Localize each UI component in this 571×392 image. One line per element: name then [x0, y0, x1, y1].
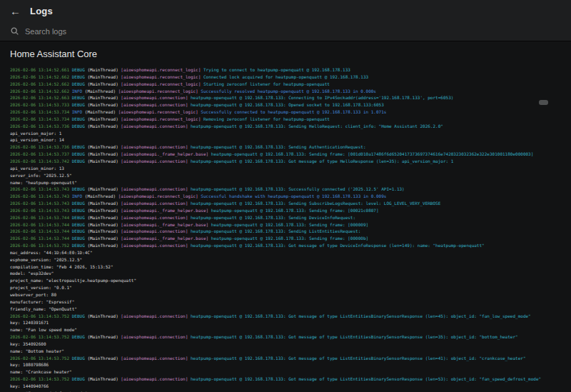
log-level: INFO [72, 89, 85, 94]
log-line: 2026-02-06 13:14:53.743 DEBUG (MainThrea… [10, 200, 561, 207]
log-line: 2026-02-06 13:14:53.736 DEBUG (MainThrea… [10, 123, 561, 130]
log-message: heatpump-openquatt @ 192.168.178.133: Op… [191, 102, 384, 107]
log-line: 2026-02-06 13:14:52.661 DEBUG (MainThrea… [10, 66, 561, 74]
log-logger-name: [aioesphomeapi.connection] [121, 376, 191, 381]
log-thread: (MainThread) [87, 236, 121, 241]
log-timestamp: 2026-02-06 13:14:53.752 [10, 243, 72, 248]
search-icon [10, 26, 19, 36]
log-level: DEBUG [72, 186, 88, 191]
log-continuation-line: esphome_version: "2025.12.5" [10, 256, 561, 263]
log-continuation-text: key: 354092600 [10, 341, 46, 346]
log-logger-name: [aioesphomeapi.connection] [121, 186, 191, 191]
log-logger-name: [aioesphomeapi.connection] [121, 124, 191, 129]
log-continuation-line: key: 1440940766 [10, 383, 561, 390]
log-timestamp: 2026-02-06 13:14:53.752 [10, 376, 72, 381]
log-thread: (MainThread) [87, 186, 121, 191]
log-timestamp: 2026-02-06 13:14:53.744 [10, 222, 72, 227]
log-line: 2026-02-06 13:14:53.752 DEBUG (MainThrea… [10, 355, 561, 362]
log-line: 2026-02-06 13:14:53.734 INFO (MainThread… [10, 109, 561, 116]
log-message: heatpump-openquatt @ 192.168.178.133: Go… [191, 376, 541, 381]
log-message: Starting zeroconf listener for heatpump-… [203, 81, 330, 86]
log-continuation-text: manufacturer: "Espressif" [10, 299, 74, 304]
log-line: 2026-02-06 13:14:53.744 DEBUG (MainThrea… [10, 235, 561, 242]
log-timestamp: 2026-02-06 13:14:52.662 [10, 81, 72, 86]
log-continuation-line: api_version_minor: 13 [10, 165, 561, 172]
log-line: 2026-02-06 13:14:53.743 DEBUG (MainThrea… [10, 186, 561, 193]
log-logger-name: [aioesphomeapi.connection] [121, 243, 191, 248]
log-message: heatpump-openquatt @ 192.168.178.133: Go… [191, 243, 485, 248]
log-logger-name: [aioesphomeapi.connection] [121, 95, 191, 100]
log-message: heatpump-openquatt @ 192.168.178.133: Se… [191, 144, 366, 149]
search-input[interactable] [25, 27, 561, 36]
log-thread: (MainThread) [87, 124, 121, 129]
log-message: Trying to connect to heatpump-openquatt … [203, 67, 350, 72]
log-timestamp: 2026-02-06 13:14:53.733 [10, 102, 72, 107]
log-logger-name: [aioesphomeapi.connection] [121, 313, 191, 318]
log-timestamp: 2026-02-06 13:14:53.744 [10, 215, 72, 220]
log-continuation-text: webserver_port: 80 [10, 292, 56, 297]
log-logger-name: [aioesphomeapi.reconnect_logic] [121, 74, 203, 79]
log-timestamp: 2026-02-06 13:14:52.663 [10, 95, 72, 100]
log-timestamp: 2026-02-06 13:14:53.744 [10, 228, 72, 233]
log-logger-name: [aioesphomeapi.connection] [121, 159, 191, 164]
log-timestamp: 2026-02-06 13:14:53.736 [10, 144, 72, 149]
log-continuation-text: project_version: "0.0.1" [10, 285, 72, 290]
log-continuation-line: compilation_time: "Feb 4 2026, 15:13:52" [10, 263, 561, 271]
log-thread: (MainThread) [87, 313, 121, 318]
log-level: DEBUG [72, 116, 88, 121]
log-level: DEBUG [72, 95, 88, 100]
log-continuation-text: api_version_major: 1 [10, 131, 61, 136]
log-continuation-text: name: "Crankcase heater" [10, 369, 72, 374]
log-line: 2026-02-06 13:14:53.743 INFO (MainThread… [10, 193, 561, 200]
log-thread: (MainThread) [87, 67, 121, 72]
log-message: heatpump-openquatt @ 192.168.178.133: Se… [211, 236, 368, 241]
log-logger-name: [aioesphomeapi.connection] [121, 102, 191, 107]
log-line: 2026-02-06 13:14:53.752 DEBUG (MainThrea… [10, 242, 561, 249]
log-logger-name: [aioesphomeapi.reconnect_logic] [118, 89, 201, 94]
log-logger-name: [aioesphomeapi.connection] [121, 215, 191, 220]
scrollbar-thumb[interactable] [539, 100, 548, 105]
log-continuation-text: project_name: "electropaultje.heatpump-o… [10, 278, 136, 283]
log-continuation-text: name: "heatpump-openquatt" [10, 180, 77, 185]
log-logger-name: [aioesphomeapi.connection] [121, 356, 191, 361]
log-thread: (MainThread) [87, 228, 121, 233]
arrow-back-icon: ← [10, 5, 21, 17]
log-continuation-text: key: 1080798686 [10, 362, 49, 367]
log-view[interactable]: 2026-02-06 13:14:52.661 DEBUG (MainThrea… [10, 66, 561, 392]
log-timestamp: 2026-02-06 13:14:53.734 [10, 109, 72, 114]
log-level: INFO [72, 109, 85, 114]
log-continuation-line: model: "esp32dev" [10, 270, 561, 277]
log-thread: (MainThread) [87, 201, 121, 206]
log-level: DEBUG [72, 228, 88, 233]
log-logger-name: [aioesphomeapi.reconnect_logic] [121, 67, 203, 72]
log-timestamp: 2026-02-06 13:14:52.662 [10, 74, 72, 79]
log-line: 2026-02-06 13:14:53.742 DEBUG (MainThrea… [10, 158, 561, 165]
log-continuation-text: key: 1240391671 [10, 320, 49, 325]
log-message: heatpump-openquatt @ 192.168.178.133: Se… [211, 208, 379, 213]
log-logger-name: [aioesphomeapi._frame_helper.base] [121, 151, 211, 156]
log-message: heatpump-openquatt @ 192.168.178.133: Se… [191, 215, 355, 220]
log-timestamp: 2026-02-06 13:14:53.743 [10, 201, 72, 206]
log-thread: (MainThread) [87, 356, 121, 361]
log-continuation-text: name: "Fan low speed mode" [10, 327, 77, 332]
log-level: DEBUG [72, 376, 88, 381]
log-message: Successfully connected to heatpump-openq… [201, 109, 386, 114]
log-message: heatpump-openquatt @ 192.168.178.133: Se… [191, 201, 440, 206]
log-continuation-line: name: "Crankcase heater" [10, 368, 561, 376]
log-thread: (MainThread) [87, 243, 121, 248]
log-continuation-line: project_name: "electropaultje.heatpump-o… [10, 277, 561, 284]
log-line: 2026-02-06 13:14:53.752 DEBUG (MainThrea… [10, 376, 561, 383]
log-message: heatpump-openquatt @ 192.168.178.133: Co… [191, 95, 453, 100]
log-thread: (MainThread) [87, 81, 121, 86]
back-button[interactable]: ← [10, 6, 21, 16]
log-thread: (MainThread) [87, 151, 121, 156]
log-line: 2026-02-06 13:14:52.662 DEBUG (MainThrea… [10, 81, 561, 88]
log-continuation-line: name: "Bottom heater" [10, 348, 561, 355]
section-title: Home Assistant Core [10, 49, 561, 59]
log-line: 2026-02-06 13:14:53.736 DEBUG (MainThrea… [10, 144, 561, 151]
app-header: ← Logs [0, 0, 571, 21]
log-continuation-line: project_version: "0.0.1" [10, 284, 561, 291]
log-continuation-line: name: "Fan low speed mode" [10, 326, 561, 333]
log-message: heatpump-openquatt @ 192.168.178.133: Go… [191, 356, 526, 361]
log-logger-name: [aioesphomeapi.reconnect_logic] [121, 116, 203, 121]
